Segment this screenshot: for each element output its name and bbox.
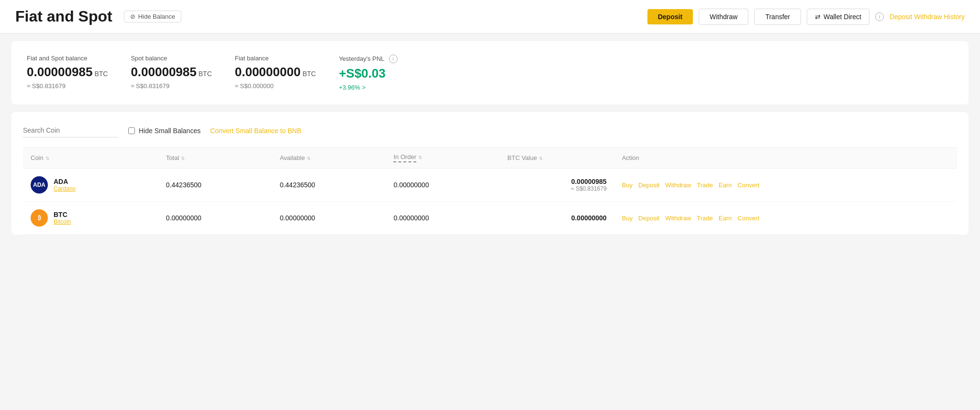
sort-icon-available[interactable]: ⇅ (307, 156, 311, 161)
table-toolbar: Hide Small Balances Convert Small Balanc… (23, 124, 957, 137)
action-trade-0[interactable]: Trade (697, 182, 713, 189)
info-icon[interactable]: i (875, 12, 884, 21)
action-earn-0[interactable]: Earn (719, 182, 732, 189)
coin-cell-1: ₿ BTC Bitcoin (23, 202, 158, 235)
fiat-balance-value: 0.00000000BTC (235, 65, 316, 80)
action-buy-1[interactable]: Buy (622, 215, 633, 222)
header-actions: Deposit Withdraw Transfer ⇄ Wallet Direc… (647, 9, 965, 25)
spot-balance-value: 0.00000985BTC (131, 65, 212, 80)
sort-icon-coin[interactable]: ⇅ (45, 156, 49, 161)
coin-fullname-0[interactable]: Cardano (54, 185, 76, 192)
table-header-row: Coin⇅ Total⇅ Available⇅ In Order⇅ BTC Va… (23, 148, 957, 169)
col-available: Available⇅ (272, 148, 386, 169)
wallet-direct-icon: ⇄ (815, 13, 821, 21)
wallet-direct-button[interactable]: ⇄ Wallet Direct (807, 9, 869, 25)
col-action: Action (614, 148, 957, 169)
fiat-spot-balance-value: 0.00000985BTC (27, 65, 108, 80)
pnl-value: +S$0.03 (339, 66, 397, 81)
pnl-balance: Yesterday's PNL i +S$0.03 +3.96% > (339, 55, 397, 91)
search-input[interactable] (23, 124, 119, 137)
table-row: ADA ADA Cardano 0.44236500 0.44236500 0.… (23, 169, 957, 202)
spot-balance-label: Spot balance (131, 55, 212, 62)
spot-balance-approx: ≈ S$0.831679 (131, 82, 212, 90)
page-header: Fiat and Spot ⊘ Hide Balance Deposit Wit… (0, 0, 980, 34)
pnl-percent: +3.96% > (339, 84, 397, 91)
fiat-balance: Fiat balance 0.00000000BTC ≈ S$0.000000 (235, 55, 316, 91)
coin-table: Coin⇅ Total⇅ Available⇅ In Order⇅ BTC Va… (23, 147, 957, 235)
action-deposit-1[interactable]: Deposit (638, 215, 659, 222)
fiat-balance-approx: ≈ S$0.000000 (235, 82, 316, 90)
coin-icon-ada: ADA (31, 176, 48, 194)
fiat-balance-label: Fiat balance (235, 55, 316, 62)
coin-icon-btc: ₿ (31, 209, 48, 227)
in-order-cell-1: 0.00000000 (386, 202, 500, 235)
sort-icon-total[interactable]: ⇅ (181, 156, 185, 161)
hide-small-balances-checkbox-label[interactable]: Hide Small Balances (128, 127, 200, 135)
btc-value-cell-0: 0.00000985 ≈ S$0.831679 (500, 169, 614, 202)
fiat-spot-balance-label: Fiat and Spot balance (27, 55, 108, 62)
pnl-label: Yesterday's PNL i (339, 55, 397, 63)
action-earn-1[interactable]: Earn (719, 215, 732, 222)
available-cell-1: 0.00000000 (272, 202, 386, 235)
table-row: ₿ BTC Bitcoin 0.00000000 0.00000000 0.00… (23, 202, 957, 235)
convert-small-balance-link[interactable]: Convert Small Balance to BNB (210, 127, 301, 135)
sort-icon-in-order[interactable]: ⇅ (418, 155, 422, 160)
withdraw-button[interactable]: Withdraw (699, 9, 748, 25)
col-total: Total⇅ (158, 148, 272, 169)
hide-balance-button[interactable]: ⊘ Hide Balance (124, 11, 181, 23)
col-coin: Coin⇅ (23, 148, 158, 169)
pnl-chevron[interactable]: > (362, 84, 366, 91)
action-cell-1: BuyDepositWithdrawTradeEarnConvert (614, 202, 957, 235)
action-trade-1[interactable]: Trade (697, 215, 713, 222)
coin-symbol-0: ADA (54, 178, 76, 185)
eye-slash-icon: ⊘ (130, 13, 135, 20)
hide-small-balances-checkbox[interactable] (128, 127, 135, 134)
history-link[interactable]: Deposit Withdraw History (890, 13, 965, 21)
fiat-spot-balance-approx: ≈ S$0.831679 (27, 82, 108, 90)
action-convert-0[interactable]: Convert (737, 182, 759, 189)
col-in-order: In Order⇅ (386, 148, 500, 169)
available-cell-0: 0.44236500 (272, 169, 386, 202)
page-title: Fiat and Spot (15, 8, 112, 25)
pnl-info-icon[interactable]: i (389, 55, 398, 63)
sort-icon-btc-value[interactable]: ⇅ (539, 156, 543, 161)
coin-symbol-1: BTC (54, 211, 71, 218)
action-convert-1[interactable]: Convert (737, 215, 759, 222)
btc-main-1: 0.00000000 (507, 214, 606, 222)
deposit-button[interactable]: Deposit (647, 9, 693, 24)
total-cell-0: 0.44236500 (158, 169, 272, 202)
col-btc-value: BTC Value⇅ (500, 148, 614, 169)
action-withdraw-1[interactable]: Withdraw (665, 215, 691, 222)
coin-cell-0: ADA ADA Cardano (23, 169, 158, 202)
action-cell-0: BuyDepositWithdrawTradeEarnConvert (614, 169, 957, 202)
in-order-cell-0: 0.00000000 (386, 169, 500, 202)
total-cell-1: 0.00000000 (158, 202, 272, 235)
table-section: Hide Small Balances Convert Small Balanc… (11, 112, 969, 235)
action-buy-0[interactable]: Buy (622, 182, 633, 189)
action-withdraw-0[interactable]: Withdraw (665, 182, 691, 189)
btc-value-cell-1: 0.00000000 (500, 202, 614, 235)
btc-main-0: 0.00000985 (507, 178, 606, 185)
spot-balance: Spot balance 0.00000985BTC ≈ S$0.831679 (131, 55, 212, 91)
balance-section: Fiat and Spot balance 0.00000985BTC ≈ S$… (11, 41, 969, 104)
transfer-button[interactable]: Transfer (754, 9, 801, 25)
btc-sub-0: ≈ S$0.831679 (507, 185, 606, 192)
fiat-spot-balance: Fiat and Spot balance 0.00000985BTC ≈ S$… (27, 55, 108, 91)
action-deposit-0[interactable]: Deposit (638, 182, 659, 189)
coin-fullname-1[interactable]: Bitcoin (54, 218, 71, 225)
